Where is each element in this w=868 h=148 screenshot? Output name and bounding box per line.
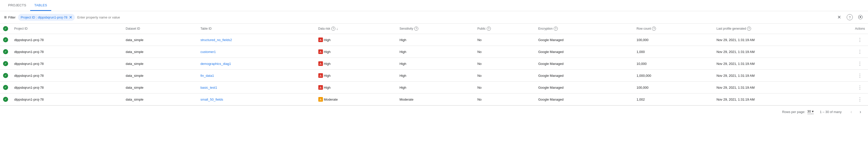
row-last-profile-2: Nov 29, 2021, 1:31:19 AM <box>714 58 852 70</box>
public-help-icon: ? <box>487 27 491 31</box>
table-row: ✓ dlppsbqrun1-proj-78 data_simple demogr… <box>0 58 868 70</box>
row-data-risk-5: ⚠Moderate <box>315 94 397 105</box>
col-actions: Actions <box>852 24 868 34</box>
row-data-risk-4: ⚠High <box>315 82 397 94</box>
col-row-count: Row count ? <box>633 24 713 34</box>
check-icon: ✓ <box>3 85 8 90</box>
row-last-profile-0: Nov 29, 2021, 1:31:19 AM <box>714 34 852 46</box>
filter-button[interactable]: ≡ Filter <box>4 15 16 20</box>
rows-per-page-select[interactable]: 30 ▾ <box>807 109 814 114</box>
row-dataset-id-1: data_simple <box>123 46 197 58</box>
more-vert-icon[interactable]: ⋮ <box>858 49 862 54</box>
more-vert-icon[interactable]: ⋮ <box>858 85 862 90</box>
close-button[interactable]: ✕ <box>836 14 843 21</box>
row-encryption-3: Google Managed <box>535 70 633 82</box>
row-encryption-5: Google Managed <box>535 94 633 105</box>
row-encryption-1: Google Managed <box>535 46 633 58</box>
rows-per-page: Rows per page: 30 ▾ <box>782 109 814 114</box>
row-project-id-2: dlppsbqrun1-proj-78 <box>11 58 123 70</box>
table-wrapper: ✓ Project ID Dataset ID Table ID <box>0 24 868 105</box>
risk-icon-high: ⚠ <box>318 49 323 54</box>
row-last-profile-1: Nov 29, 2021, 1:31:19 AM <box>714 46 852 58</box>
col-actions-label: Actions <box>855 27 865 30</box>
row-public-4: No <box>474 82 535 94</box>
tab-tables[interactable]: TABLES <box>30 0 51 11</box>
row-row-count-3: 1,000,000 <box>633 70 713 82</box>
row-sensitivity-2: High <box>397 58 474 70</box>
table-row: ✓ dlppsbqrun1-proj-78 data_simple custom… <box>0 46 868 58</box>
filter-bar: ≡ Filter Project ID : dlppsbqrun1-proj-7… <box>0 11 868 24</box>
row-sensitivity-3: High <box>397 70 474 82</box>
row-row-count-2: 10,000 <box>633 58 713 70</box>
row-public-2: No <box>474 58 535 70</box>
row-actions-2[interactable]: ⋮ <box>852 58 868 70</box>
row-actions-1[interactable]: ⋮ <box>852 46 868 58</box>
table-row: ✓ dlppsbqrun1-proj-78 data_simple fin_da… <box>0 70 868 82</box>
row-actions-0[interactable]: ⋮ <box>852 34 868 46</box>
table-row: ✓ dlppsbqrun1-proj-78 data_simple struct… <box>0 34 868 46</box>
row-encryption-2: Google Managed <box>535 58 633 70</box>
row-data-risk-1: ⚠High <box>315 46 397 58</box>
col-last-profile: Last profile generated ? <box>714 24 852 34</box>
more-vert-icon[interactable]: ⋮ <box>858 97 862 102</box>
tab-projects[interactable]: PROJECTS <box>4 0 30 11</box>
prev-page-button[interactable]: ‹ <box>848 108 855 115</box>
row-table-id-0[interactable]: structured_no_fields2 <box>197 34 315 46</box>
encryption-help-icon: ? <box>554 27 558 31</box>
row-table-id-5[interactable]: small_50_fields <box>197 94 315 105</box>
row-check-1: ✓ <box>0 46 11 58</box>
pagination-info: 1 – 30 of many <box>820 110 842 114</box>
row-last-profile-5: Nov 29, 2021, 1:31:19 AM <box>714 94 852 105</box>
next-page-button[interactable]: › <box>857 108 864 115</box>
row-encryption-4: Google Managed <box>535 82 633 94</box>
row-sensitivity-4: High <box>397 82 474 94</box>
filter-chip[interactable]: Project ID : dlppsbqrun1-proj-78 ✕ <box>18 14 74 21</box>
col-last-profile-label: Last profile generated <box>717 27 746 30</box>
row-check-3: ✓ <box>0 70 11 82</box>
row-sensitivity-1: High <box>397 46 474 58</box>
last-profile-help-icon: ? <box>747 27 751 31</box>
row-public-3: No <box>474 70 535 82</box>
more-vert-icon[interactable]: ⋮ <box>858 73 862 78</box>
row-actions-4[interactable]: ⋮ <box>852 82 868 94</box>
filter-input[interactable] <box>78 15 833 19</box>
row-table-id-2[interactable]: demographics_diag1 <box>197 58 315 70</box>
help-icon: ? <box>331 27 335 31</box>
filter-label: Filter <box>8 15 16 19</box>
risk-label: High <box>324 50 331 54</box>
col-data-risk[interactable]: Data risk ? ↓ <box>315 24 397 34</box>
row-dataset-id-0: data_simple <box>123 34 197 46</box>
row-table-id-1[interactable]: customer1 <box>197 46 315 58</box>
sort-desc-icon: ↓ <box>336 27 338 31</box>
risk-label: High <box>324 38 331 42</box>
row-table-id-4[interactable]: basic_test1 <box>197 82 315 94</box>
row-project-id-4: dlppsbqrun1-proj-78 <box>11 82 123 94</box>
help-button[interactable]: ? <box>847 14 853 20</box>
row-project-id-1: dlppsbqrun1-proj-78 <box>11 46 123 58</box>
col-row-count-label: Row count <box>637 27 651 30</box>
row-table-id-3[interactable]: fin_data1 <box>197 70 315 82</box>
risk-icon-high: ⚠ <box>318 85 323 90</box>
row-sensitivity-0: High <box>397 34 474 46</box>
more-vert-icon[interactable]: ⋮ <box>858 37 862 42</box>
row-dataset-id-3: data_simple <box>123 70 197 82</box>
col-dataset-id-label: Dataset ID <box>126 27 140 30</box>
filter-chip-close[interactable]: ✕ <box>69 15 72 20</box>
more-vert-icon[interactable]: ⋮ <box>858 61 862 66</box>
filter-chip-label: Project ID : dlppsbqrun1-proj-78 <box>21 15 67 19</box>
row-actions-5[interactable]: ⋮ <box>852 94 868 105</box>
row-data-risk-2: ⚠High <box>315 58 397 70</box>
row-actions-3[interactable]: ⋮ <box>852 70 868 82</box>
col-project-id-label: Project ID <box>14 27 28 30</box>
row-row-count-4: 100,000 <box>633 82 713 94</box>
row-last-profile-3: Nov 29, 2021, 1:31:19 AM <box>714 70 852 82</box>
col-data-risk-label: Data risk <box>318 27 330 30</box>
check-icon: ✓ <box>3 73 8 78</box>
risk-label: High <box>324 86 331 89</box>
col-project-id: Project ID <box>11 24 123 34</box>
table-row: ✓ dlppsbqrun1-proj-78 data_simple small_… <box>0 94 868 105</box>
filter-icon: ≡ <box>4 15 7 20</box>
row-public-1: No <box>474 46 535 58</box>
columns-button[interactable]: ⦿ <box>857 14 864 21</box>
col-public: Public ? <box>474 24 535 34</box>
